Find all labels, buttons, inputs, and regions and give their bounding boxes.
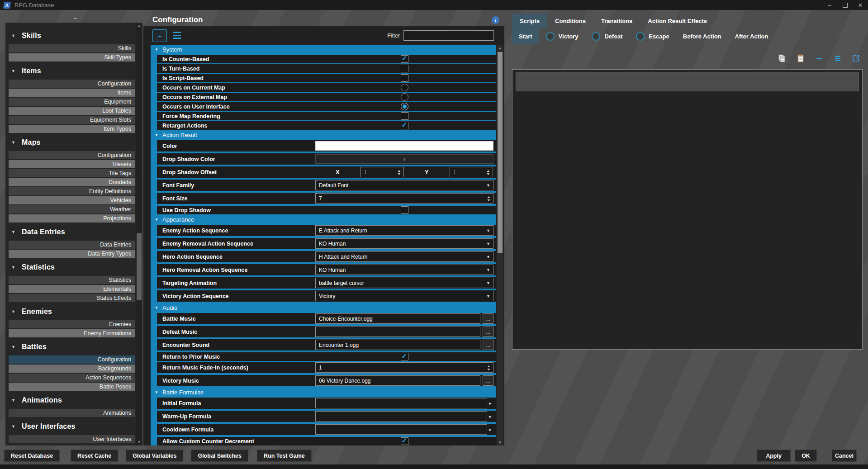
ok-button[interactable]: OK bbox=[795, 450, 817, 462]
sidebar-section-header[interactable]: ▼Data Entries bbox=[5, 227, 135, 237]
sidebar-item-statistics[interactable]: Statistics bbox=[9, 276, 135, 284]
sidebar-section-header[interactable]: ▼Maps bbox=[5, 137, 135, 147]
sidebar-item-battle-poses[interactable]: Battle Poses bbox=[9, 383, 135, 391]
dropdown[interactable]: battle target cursor▼ bbox=[315, 278, 493, 288]
dropdown[interactable]: Victory▼ bbox=[315, 291, 493, 301]
browse-button[interactable]: ... bbox=[483, 327, 493, 337]
sidebar-section-header[interactable]: ▼Skills bbox=[5, 31, 135, 41]
sidebar-collapse-all-button[interactable]: – bbox=[70, 15, 81, 21]
filter-input[interactable] bbox=[403, 30, 494, 41]
file-field[interactable]: Encounter 1.ogg bbox=[315, 340, 480, 350]
reset-database-button[interactable]: Reset Database bbox=[4, 450, 60, 462]
sidebar-item-vehicles[interactable]: Vehicles bbox=[9, 196, 135, 204]
formula-field[interactable] bbox=[315, 398, 487, 408]
sidebar-item-equipment-slots[interactable]: Equipment Slots bbox=[9, 116, 135, 124]
checkbox[interactable] bbox=[401, 65, 408, 72]
spin-up-icon[interactable]: ▲ bbox=[487, 195, 491, 199]
checkbox[interactable] bbox=[401, 74, 408, 82]
category-header[interactable]: ▼Audio bbox=[151, 303, 496, 312]
close-button[interactable]: ✕ bbox=[853, 0, 868, 10]
category-header[interactable]: ▼Appearance bbox=[151, 215, 496, 224]
sidebar-item-data-entry-types[interactable]: Data Entry Types bbox=[9, 250, 135, 258]
spin-down-icon[interactable]: ▼ bbox=[486, 172, 490, 175]
sidebar-item-tilesets[interactable]: Tilesets bbox=[9, 160, 135, 168]
menu-icon[interactable] bbox=[834, 54, 842, 62]
spinner-field[interactable]: 1▲▼ bbox=[450, 167, 493, 177]
sidebar-scrollbar[interactable]: ▲ ▼ bbox=[136, 23, 142, 445]
expand-formula-button[interactable]: ▸ bbox=[487, 398, 493, 408]
radio-button[interactable] bbox=[401, 84, 408, 91]
collapse-sections-button[interactable]: – bbox=[152, 29, 167, 42]
spinner-field[interactable]: 1▲▼ bbox=[360, 167, 404, 177]
sidebar-item-weather[interactable]: Weather bbox=[9, 205, 135, 213]
sidebar-section-header[interactable]: ▼Battles bbox=[5, 342, 135, 352]
checkbox[interactable]: ✓ bbox=[401, 122, 408, 129]
apply-button[interactable]: Apply bbox=[757, 450, 791, 462]
sidebar-item-configuration[interactable]: Configuration bbox=[9, 355, 135, 364]
sidebar-scrollbar-thumb[interactable] bbox=[137, 233, 142, 300]
tab-conditions[interactable]: Conditions bbox=[547, 14, 593, 28]
dropdown[interactable]: KO Human▼ bbox=[315, 265, 493, 275]
sidebar-item-user-interfaces[interactable]: User Interfaces bbox=[9, 435, 135, 443]
tab-scripts[interactable]: Scripts bbox=[512, 14, 547, 28]
expand-formula-button[interactable]: ▸ bbox=[487, 424, 493, 435]
paste-icon[interactable] bbox=[797, 54, 805, 62]
dropdown[interactable]: H Attack and Return▼ bbox=[315, 251, 493, 262]
checkbox[interactable]: ✓ bbox=[401, 353, 408, 360]
sidebar-item-data-entries[interactable]: Data Entries bbox=[9, 241, 135, 249]
subtab-victory[interactable]: Victory bbox=[539, 28, 585, 44]
browse-button[interactable]: ... bbox=[483, 340, 493, 350]
dropdown[interactable]: Default Font▼ bbox=[315, 180, 493, 190]
subtab-after-action[interactable]: After Action bbox=[728, 28, 775, 44]
global-switches-button[interactable]: Global Switches bbox=[191, 450, 248, 462]
checkbox[interactable]: ✓ bbox=[401, 437, 408, 445]
checkbox[interactable]: ✓ bbox=[401, 55, 408, 63]
browse-button[interactable]: ... bbox=[483, 375, 493, 386]
sidebar-item-enemy-formations[interactable]: Enemy Formations bbox=[9, 329, 135, 337]
checkbox[interactable] bbox=[401, 206, 408, 214]
sidebar-item-skills[interactable]: Skills bbox=[9, 44, 135, 52]
file-field[interactable] bbox=[315, 327, 480, 337]
scroll-down-icon[interactable]: ▼ bbox=[136, 440, 142, 444]
dropdown[interactable]: E Attack and Return▼ bbox=[315, 225, 493, 236]
sidebar-item-projections[interactable]: Projections bbox=[9, 214, 135, 223]
sidebar-item-action-sequences[interactable]: Action Sequences bbox=[9, 374, 135, 382]
sidebar-section-header[interactable]: ▼Statistics bbox=[5, 262, 135, 272]
scroll-down-icon[interactable]: ▼ bbox=[497, 441, 503, 445]
menu-icon[interactable] bbox=[173, 32, 181, 39]
formula-field[interactable] bbox=[315, 411, 487, 422]
formula-field[interactable] bbox=[315, 424, 487, 435]
global-variables-button[interactable]: Global Variables bbox=[126, 450, 183, 462]
spin-down-icon[interactable]: ▼ bbox=[397, 172, 401, 175]
grid-scrollbar-thumb[interactable] bbox=[498, 52, 503, 253]
color-swatch[interactable] bbox=[315, 141, 493, 151]
sidebar-item-skill-types[interactable]: Skill Types bbox=[9, 53, 135, 62]
category-header[interactable]: ▼Battle Formulas bbox=[151, 388, 496, 397]
file-field[interactable]: Choice-Encounter.ogg bbox=[315, 313, 480, 324]
sidebar-item-loot-tables[interactable]: Loot Tables bbox=[9, 107, 135, 115]
sidebar-item-doodads[interactable]: Doodads bbox=[9, 178, 135, 186]
open-external-icon[interactable] bbox=[852, 54, 860, 62]
expand-formula-button[interactable]: ▸ bbox=[487, 411, 493, 422]
checkbox[interactable] bbox=[401, 112, 408, 120]
spin-down-icon[interactable]: ▼ bbox=[487, 368, 491, 371]
sidebar-item-items[interactable]: Items bbox=[9, 89, 135, 97]
tab-action-result-effects[interactable]: Action Result Effects bbox=[640, 14, 715, 28]
spinner-field[interactable]: 7▲▼ bbox=[315, 193, 493, 204]
sidebar-item-equipment[interactable]: Equipment bbox=[9, 98, 135, 106]
sidebar-item-animations[interactable]: Animations bbox=[9, 409, 135, 417]
file-field[interactable]: 06 Victory Dance.ogg bbox=[315, 375, 480, 386]
radio-button[interactable] bbox=[401, 93, 408, 101]
tab-transitions[interactable]: Transitions bbox=[593, 14, 640, 28]
radio-button[interactable] bbox=[401, 103, 408, 110]
sidebar-item-configuration[interactable]: Configuration bbox=[9, 80, 135, 88]
category-header[interactable]: ▼Action Result bbox=[151, 131, 496, 139]
sidebar-item-configuration[interactable]: Configuration bbox=[9, 151, 135, 159]
sidebar-item-tile-tags[interactable]: Tile Tags bbox=[9, 169, 135, 177]
subtab-start[interactable]: Start bbox=[512, 28, 539, 44]
browse-button[interactable]: ... bbox=[483, 313, 493, 324]
scroll-up-icon[interactable]: ▲ bbox=[136, 24, 142, 28]
script-list-box[interactable] bbox=[512, 69, 863, 350]
sidebar-item-backgrounds[interactable]: Backgrounds bbox=[9, 365, 135, 373]
scroll-up-icon[interactable]: ▲ bbox=[497, 46, 503, 50]
